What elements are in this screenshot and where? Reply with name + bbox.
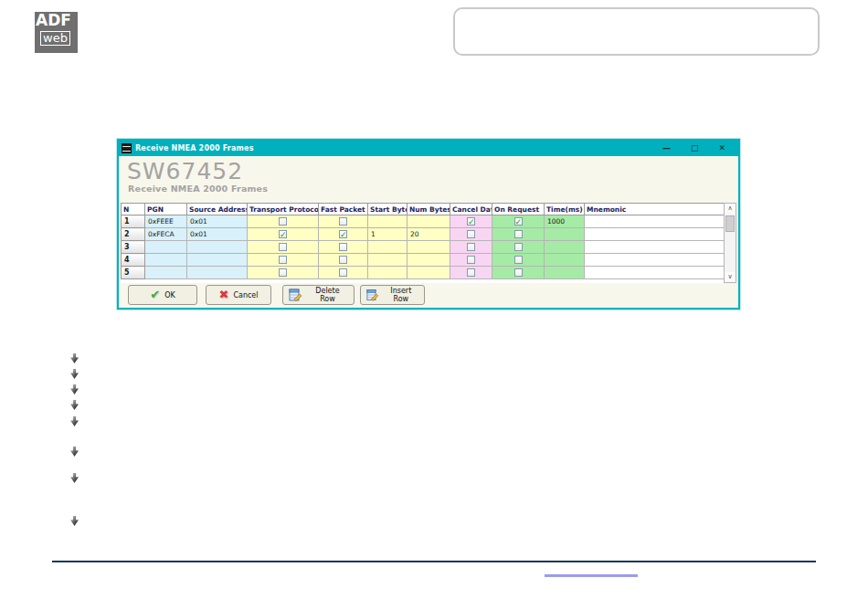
cell-transport_protocol[interactable]: ✓ <box>248 228 319 241</box>
delete-row-button[interactable]: Delete Row <box>282 285 355 305</box>
cell-fast_packet[interactable] <box>319 215 368 228</box>
cell-mnemonic[interactable] <box>585 267 727 279</box>
cell-time_ms[interactable] <box>545 241 585 254</box>
checkbox-transport_protocol[interactable] <box>279 256 287 264</box>
ok-button[interactable]: ✔ OK <box>128 285 197 305</box>
cancel-button[interactable]: ✖ Cancel <box>206 285 271 305</box>
scroll-down-icon[interactable]: ∨ <box>725 272 736 282</box>
insert-row-icon <box>366 289 379 301</box>
cell-start_byte[interactable] <box>368 254 408 267</box>
insert-row-button[interactable]: Insert Row <box>360 285 425 305</box>
cell-pgn[interactable] <box>145 254 187 267</box>
footer-link-underline[interactable] <box>545 574 638 577</box>
cell-source_address[interactable] <box>187 254 248 267</box>
cell-transport_protocol[interactable] <box>248 215 319 228</box>
window-controls: — □ ✕ <box>662 144 725 152</box>
checkbox-cancel_data[interactable] <box>467 230 475 238</box>
cell-time_ms[interactable]: 1000 <box>545 215 585 228</box>
checkbox-on_request[interactable] <box>514 230 523 238</box>
cell-cancel_data[interactable] <box>450 228 492 241</box>
cell-time_ms[interactable] <box>545 267 585 279</box>
cell-transport_protocol[interactable] <box>248 254 319 267</box>
cell-start_byte[interactable] <box>368 267 408 279</box>
scrollbar-thumb[interactable] <box>725 215 735 232</box>
checkbox-transport_protocol[interactable]: ✓ <box>279 230 287 238</box>
checkbox-on_request[interactable] <box>514 243 523 251</box>
cell-on_request[interactable] <box>492 254 545 267</box>
cell-source_address[interactable]: 0x01 <box>187 228 248 241</box>
cell-pgn[interactable]: 0xFECA <box>145 228 187 241</box>
cell-n[interactable]: 5 <box>122 267 145 279</box>
cell-mnemonic[interactable] <box>585 254 727 267</box>
cell-mnemonic[interactable] <box>585 241 727 254</box>
scroll-up-icon[interactable]: ∧ <box>725 204 736 214</box>
cell-num_bytes[interactable] <box>408 215 450 228</box>
cell-n[interactable]: 2 <box>122 228 145 241</box>
cell-n[interactable]: 3 <box>122 241 145 254</box>
close-icon[interactable]: ✕ <box>718 144 725 152</box>
column-header-mnemonic: Mnemonic <box>585 204 727 215</box>
cell-source_address[interactable] <box>187 241 248 254</box>
checkbox-fast_packet[interactable] <box>339 243 347 251</box>
column-header-n: N <box>122 204 145 215</box>
checkbox-fast_packet[interactable]: ✓ <box>339 230 347 238</box>
cell-time_ms[interactable] <box>545 228 585 241</box>
cell-fast_packet[interactable]: ✓ <box>319 228 368 241</box>
checkbox-transport_protocol[interactable] <box>279 268 287 277</box>
cancel-button-label: Cancel <box>233 291 258 299</box>
checkbox-fast_packet[interactable] <box>339 256 347 264</box>
checkbox-transport_protocol[interactable] <box>279 243 287 251</box>
checkbox-on_request[interactable]: ✓ <box>514 217 523 226</box>
cell-num_bytes[interactable] <box>408 267 450 279</box>
window-titlebar[interactable]: Receive NMEA 2000 Frames — □ ✕ <box>119 141 738 156</box>
cell-num_bytes[interactable]: 20 <box>408 228 450 241</box>
footer-divider <box>52 561 816 562</box>
cell-source_address[interactable]: 0x01 <box>187 215 248 228</box>
checkbox-fast_packet[interactable] <box>339 217 347 226</box>
cell-n[interactable]: 4 <box>122 254 145 267</box>
checkbox-fast_packet[interactable] <box>339 268 347 277</box>
checkbox-cancel_data[interactable] <box>467 243 475 251</box>
cell-pgn[interactable] <box>145 267 187 279</box>
cell-fast_packet[interactable] <box>319 267 368 279</box>
cell-on_request[interactable]: ✓ <box>492 215 545 228</box>
cell-source_address[interactable] <box>187 267 248 279</box>
arrow-bullet-icon <box>70 516 79 526</box>
cell-on_request[interactable] <box>492 228 545 241</box>
cell-start_byte[interactable] <box>368 241 408 254</box>
cell-cancel_data[interactable] <box>450 254 492 267</box>
cell-time_ms[interactable] <box>545 254 585 267</box>
cell-transport_protocol[interactable] <box>248 241 319 254</box>
cell-mnemonic[interactable] <box>585 215 727 228</box>
cell-start_byte[interactable]: 1 <box>368 228 408 241</box>
cell-on_request[interactable] <box>492 241 545 254</box>
cell-transport_protocol[interactable] <box>248 267 319 279</box>
cell-pgn[interactable]: 0xFEEE <box>145 215 187 228</box>
cell-num_bytes[interactable] <box>408 254 450 267</box>
cell-mnemonic[interactable] <box>585 228 727 241</box>
cell-fast_packet[interactable] <box>319 254 368 267</box>
vertical-scrollbar[interactable]: ∧ ∨ <box>724 203 736 283</box>
cell-start_byte[interactable] <box>368 215 408 228</box>
checkbox-transport_protocol[interactable] <box>279 217 287 226</box>
table-row: 20xFECA0x01✓✓120 <box>122 228 727 241</box>
minimize-icon[interactable]: — <box>662 144 671 152</box>
cell-fast_packet[interactable] <box>319 241 368 254</box>
cell-cancel_data[interactable] <box>450 267 492 279</box>
checkbox-on_request[interactable] <box>514 268 523 277</box>
frames-table-body: 10xFEEE0x01✓✓100020xFECA0x01✓✓120345 <box>122 215 727 279</box>
checkbox-cancel_data[interactable] <box>467 268 475 277</box>
cell-cancel_data[interactable]: ✓ <box>450 215 492 228</box>
maximize-icon[interactable]: □ <box>691 144 699 152</box>
checkbox-cancel_data[interactable] <box>467 256 475 264</box>
checkbox-cancel_data[interactable]: ✓ <box>467 217 475 226</box>
delete-row-button-label: Delete Row <box>307 287 348 303</box>
checkbox-on_request[interactable] <box>514 256 523 264</box>
cell-on_request[interactable] <box>492 267 545 279</box>
cell-n[interactable]: 1 <box>122 215 145 228</box>
cell-pgn[interactable] <box>145 241 187 254</box>
frames-table: NPGNSource AddressTransport ProtocolFast… <box>121 203 726 283</box>
column-header-cancel_data: Cancel Data <box>450 204 492 215</box>
cell-cancel_data[interactable] <box>450 241 492 254</box>
cell-num_bytes[interactable] <box>408 241 450 254</box>
